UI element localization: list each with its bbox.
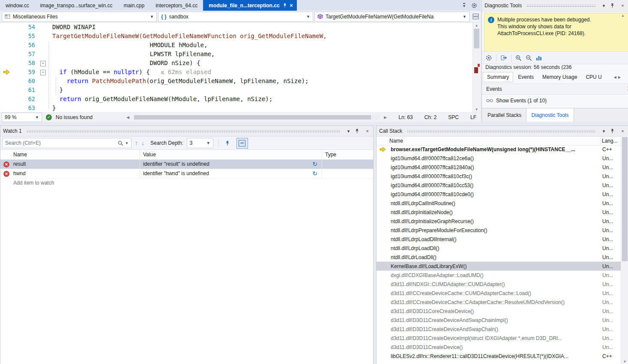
pin-icon[interactable] bbox=[355, 128, 361, 134]
close-icon[interactable]: × bbox=[290, 3, 293, 9]
tab-interceptors-64-cc[interactable]: interceptors_64.cc bbox=[150, 0, 203, 11]
code-line-56[interactable]: 56 HMODULE hModule, bbox=[0, 41, 481, 50]
scroll-down-icon[interactable]: ▼ bbox=[621, 360, 628, 364]
fold-collapse-icon[interactable]: − bbox=[40, 70, 46, 75]
code-line-58[interactable]: 58− DWORD nSize) { bbox=[0, 59, 481, 68]
stack-frame[interactable]: ntdll.dll!LdrLoadDll()Un... bbox=[377, 253, 621, 262]
show-events-link[interactable]: Show Events (1 of 10) bbox=[486, 96, 547, 105]
zoom-in-icon[interactable] bbox=[515, 55, 522, 61]
scroll-up-icon[interactable]: ▲ bbox=[473, 24, 480, 27]
column-language[interactable]: Lang... bbox=[600, 137, 621, 145]
code-line-59[interactable]: 59− if (hModule == nullptr) { ≤ 62ms ela… bbox=[0, 68, 481, 77]
tab-cpu-usage[interactable]: CPU U bbox=[582, 72, 605, 82]
tab-window-cc[interactable]: window.cc bbox=[0, 0, 35, 11]
space-indicator[interactable]: SPC bbox=[448, 114, 459, 120]
editor-vertical-scrollbar[interactable]: ▲ ▼ bbox=[472, 23, 481, 112]
project-dropdown[interactable]: Miscellaneous Files ▼ bbox=[2, 12, 157, 22]
tab-parallel-stacks[interactable]: Parallel Stacks bbox=[483, 108, 526, 122]
stack-frame[interactable]: d3d11.dll!NDXGI::CUMDAdapter::CUMDAdapte… bbox=[377, 280, 621, 289]
column-type[interactable]: Type bbox=[322, 150, 373, 159]
tab-main-cpp[interactable]: main.cpp bbox=[118, 0, 150, 11]
breakpoint-margin[interactable] bbox=[0, 77, 14, 86]
tab-scroll-left-icon[interactable]: ◀ bbox=[614, 75, 616, 79]
member-dropdown[interactable]: TargetGetModuleFileNameW(GetModuleFileNa… bbox=[314, 12, 470, 22]
tab-events[interactable]: Events bbox=[514, 72, 538, 82]
scroll-left-icon[interactable]: ◀ bbox=[126, 115, 129, 119]
tab-summary[interactable]: Summary bbox=[483, 72, 513, 82]
breakpoint-margin[interactable] bbox=[0, 41, 14, 50]
column-name[interactable]: Name bbox=[377, 137, 600, 145]
scroll-up-icon[interactable]: ▲ bbox=[620, 14, 626, 18]
code-line-55[interactable]: 55TargetGetModuleFileNameW(GetModuleFile… bbox=[0, 32, 481, 41]
stack-frame[interactable]: igd10iumd64.dll!00007ffca812ce6a()Un... bbox=[377, 154, 621, 163]
refresh-icon[interactable]: ↻ bbox=[312, 169, 317, 178]
eol-indicator[interactable]: LF bbox=[470, 114, 476, 120]
chevron-down-icon[interactable]: ▼ bbox=[150, 15, 154, 19]
drag-handle[interactable] bbox=[526, 5, 596, 7]
stack-frame[interactable]: dxgi.dll!CDXGIBaseAdapter::LoadUMD()Un..… bbox=[377, 271, 621, 280]
chart-icon[interactable] bbox=[536, 55, 542, 61]
breakpoint-margin[interactable] bbox=[0, 50, 14, 59]
chevron-down-icon[interactable]: ▾ bbox=[345, 128, 352, 134]
column-value[interactable]: Value bbox=[140, 150, 322, 159]
tab-image-transport-surface-win-cc[interactable]: image_transpo...surface_win.cc bbox=[35, 0, 118, 11]
code-editor[interactable]: 54DWORD WINAPI55TargetGetModuleFileNameW… bbox=[0, 23, 481, 113]
watch-row-hwnd[interactable]: ✕hwndidentifier "hwnd" is undefined↻ bbox=[0, 169, 373, 179]
breakpoint-margin[interactable] bbox=[0, 86, 14, 95]
stack-frame[interactable]: igd10iumd64.dll!00007ffca810cf3c()Un... bbox=[377, 172, 621, 181]
pin-values-button[interactable] bbox=[222, 138, 233, 148]
code-line-54[interactable]: 54DWORD WINAPI bbox=[0, 23, 481, 32]
breakpoint-margin[interactable] bbox=[0, 23, 14, 32]
search-depth-select[interactable]: 3 ▼ bbox=[187, 138, 213, 148]
close-icon[interactable]: × bbox=[619, 3, 626, 9]
scroll-right-icon[interactable]: ▶ bbox=[384, 115, 387, 119]
stack-frame[interactable]: d3d11.dll!CCreateDeviceCache::CUMDAdapte… bbox=[377, 289, 621, 298]
move-down-icon[interactable]: ↓ bbox=[141, 140, 144, 146]
stack-frame[interactable]: ntdll.dll!LdrpPrepareModuleForExecution(… bbox=[377, 226, 621, 235]
scrollbar-thumb[interactable] bbox=[474, 29, 479, 48]
code-text[interactable]: return PatchModulePath(orig_GetModuleFil… bbox=[47, 77, 308, 86]
stack-frame[interactable]: igd10iumd64.dll!00007ffca810cde0()Un... bbox=[377, 190, 621, 199]
pin-icon[interactable] bbox=[610, 3, 616, 8]
code-text[interactable]: DWORD nSize) { bbox=[47, 59, 200, 68]
watch-row-result[interactable]: ✕resultidentifier "result" is undefined↻ bbox=[0, 160, 373, 169]
breakpoint-margin[interactable] bbox=[0, 104, 14, 113]
search-input[interactable]: Search (Ctrl+E) ▼ bbox=[2, 138, 132, 148]
code-line-57[interactable]: 57 LPWSTR lpFilename, bbox=[0, 50, 481, 59]
drag-handle[interactable] bbox=[407, 130, 596, 132]
stack-frame[interactable]: ntdll.dll!LdrpInitializeNode()Un... bbox=[377, 208, 621, 217]
tab-scroll-right-icon[interactable]: ▶ bbox=[618, 75, 621, 79]
stack-frame[interactable]: d3d11.dll!CCreateDeviceCache::CAdapterCa… bbox=[377, 298, 621, 307]
scrollbar-thumb[interactable] bbox=[134, 115, 371, 119]
add-watch-item[interactable]: Add item to watch bbox=[0, 179, 373, 188]
stack-frame[interactable]: d3d11.dll!D3D11CreateDevice()Un... bbox=[377, 343, 621, 352]
chevron-down-icon[interactable]: ▼ bbox=[463, 15, 467, 19]
settings-gear-icon[interactable] bbox=[471, 3, 477, 9]
text-visualizer-button[interactable]: ab bbox=[236, 138, 248, 149]
code-text[interactable]: LPWSTR lpFilename, bbox=[47, 50, 215, 59]
pin-icon[interactable] bbox=[610, 128, 616, 134]
code-text[interactable]: if (hModule == nullptr) { ≤ 62ms elapsed bbox=[47, 68, 211, 77]
panel-header[interactable]: Diagnostic Tools ▾ × bbox=[482, 0, 628, 12]
stack-frame[interactable]: ntdll.dll!LdrpCallInitRoutine()Un... bbox=[377, 199, 621, 208]
chevron-down-icon[interactable]: ▾ bbox=[601, 3, 607, 9]
tab-module-file-name-interception-cc[interactable]: module_file_n...terception.cc × bbox=[203, 0, 296, 11]
tab-diagnostic-tools[interactable]: Diagnostic Tools bbox=[526, 108, 574, 122]
chevron-down-icon[interactable]: ▼ bbox=[306, 15, 310, 19]
stack-frame[interactable]: d3d11.dll!D3D11CoreCreateDevice()Un... bbox=[377, 307, 621, 316]
horizontal-scrollbar[interactable] bbox=[133, 115, 380, 120]
scroll-down-icon[interactable]: ▼ bbox=[473, 107, 480, 111]
panel-header[interactable]: Call Stack ▾ × bbox=[377, 126, 628, 137]
code-text[interactable]: HMODULE hModule, bbox=[47, 41, 207, 50]
current-statement-arrow[interactable] bbox=[0, 68, 14, 77]
refresh-icon[interactable]: ↻ bbox=[312, 160, 317, 169]
fold-collapse-icon[interactable]: − bbox=[40, 61, 46, 66]
panel-header[interactable]: Watch 1 ▾ × bbox=[0, 126, 373, 137]
stack-frame[interactable]: browser.exe!TargetGetModuleFileNameW(uns… bbox=[377, 145, 621, 154]
chevron-down-icon[interactable]: ▼ bbox=[125, 141, 129, 145]
tab-memory-usage[interactable]: Memory Usage bbox=[538, 72, 581, 82]
column-name[interactable]: Name bbox=[0, 150, 140, 159]
stack-frame[interactable]: ntdll.dll!LdrpLoadDllInternal()Un... bbox=[377, 235, 621, 244]
code-line-63[interactable]: 63} bbox=[0, 104, 481, 113]
settings-gear-icon[interactable] bbox=[485, 54, 492, 61]
